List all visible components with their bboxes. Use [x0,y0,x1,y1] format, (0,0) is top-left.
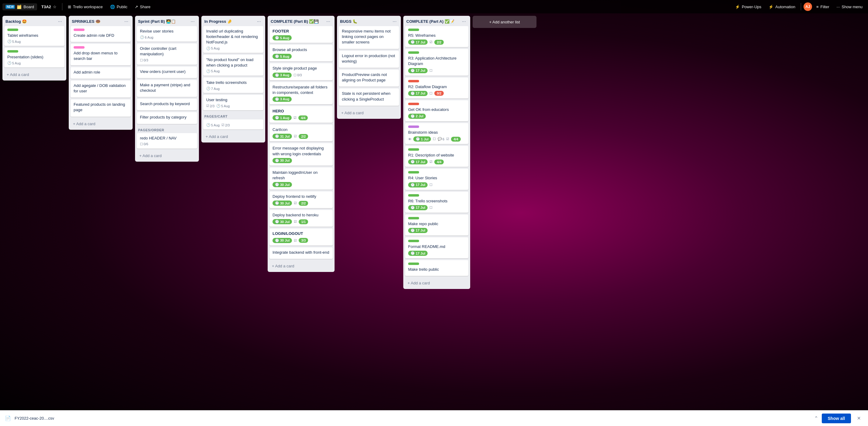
card-create-admin-dfd[interactable]: Create admin role DFD [70,26,131,42]
card-tablet-wireframes[interactable]: Tablet wireframes 🕐 5 Aug [4,26,64,46]
card-redo-header-nav[interactable]: redo HEADER / NAV ☐ 0/6 [137,133,197,149]
board-title-btn[interactable]: T3A2 ☆ [38,3,60,10]
avatar[interactable]: AJ [804,2,812,11]
card-integrate-backend[interactable]: Integrate backend with front-end [270,247,333,259]
card-pages-cart[interactable]: 🕐 5 Aug ☑ 2/3 [203,120,264,129]
card-r4-user-stories[interactable]: R4: User Stories 🕐 17 Jul ☐ [405,169,468,190]
card-meta: 🕐 17 Jul ☑ 4/4 [408,159,465,164]
card-maintain-user[interactable]: Maintain loggedInUser on refresh 🕐 30 Ju… [270,167,333,190]
card-title: Add drop down menus to search bar [73,51,128,61]
card-restructure-folders[interactable]: Restructure/separate all folders in comp… [270,82,333,104]
menu-btn[interactable]: ··· Show menu [834,3,866,10]
list-menu-backlog[interactable]: ··· [57,18,63,25]
add-card-btn-complete-b[interactable]: + Add a card [270,262,333,270]
card-order-controller[interactable]: Order controller (cart manipulation) ☐ 0… [137,43,197,64]
add-card-btn-backlog[interactable]: + Add a card [4,70,64,79]
card-meta: 🕐 2 Jul [408,113,465,119]
list-menu-sprinkles[interactable]: ··· [123,18,130,25]
card-hero-section[interactable]: HERO 🕐 1 Aug ☑ 4/4 [270,106,333,123]
card-login-logout[interactable]: LOGIN/LOGOUT 🕐 30 Jul ☑ 3/3 [270,229,333,245]
card-invalid-url[interactable]: Invalid url duplicating footer/header & … [203,26,264,53]
close-btn[interactable]: × [855,414,863,423]
card-view-orders[interactable]: View orders (current user) [137,67,197,78]
card-no-product-found[interactable]: "No product found" on load when clicking… [203,55,264,76]
card-deploy-backend[interactable]: Deploy backend to heroku 🕐 30 Jul ☑ 1/1 [270,210,333,227]
card-featured-products[interactable]: Featured products on landing page [70,99,131,117]
nav-divider-1 [62,3,62,10]
list-menu-complete-a[interactable]: ··· [461,18,467,25]
card-meta: 🕐 5 Aug [7,39,61,43]
card-r5-wireframes[interactable]: R5: Wireframes 🕐 17 Jul ☑ 2/2 [405,26,468,47]
public-btn[interactable]: 🌐 Public [107,3,130,10]
card-revise-user-stories[interactable]: Revise user stories 🕐 6 Aug [137,26,197,42]
eye-meta: 👁 [408,137,411,141]
show-all-btn[interactable]: Show all [822,414,851,423]
card-error-message[interactable]: Error message not displaying with wrong … [270,143,333,165]
card-search-products[interactable]: Search products by keyword [137,99,197,110]
share-btn[interactable]: ↗ Share [132,3,154,10]
new-badge-btn[interactable]: NEW 🗂️ Board [2,3,37,10]
card-state-persistent[interactable]: State is not persistent when clicking a … [339,89,399,105]
add-list-btn[interactable]: + Add another list [473,16,536,28]
card-get-ok[interactable]: Get OK from educators 🕐 2 Jul [405,100,468,121]
card-cart-icon[interactable]: CartIcon 🕐 31 Jul ☑ 2/2 [270,125,333,141]
date-chip: 🕐 5 Aug [273,54,292,59]
list-menu-sprint-b[interactable]: ··· [189,18,196,25]
add-card-btn-sprint-b[interactable]: + Add a card [137,152,197,160]
card-presentation[interactable]: Presentation (slides) 🕐 5 Aug [4,48,64,67]
automation-btn[interactable]: ⚡ Automation [766,3,798,10]
card-product-preview[interactable]: ProductPreview cards not aligning on Pro… [339,70,399,87]
card-trello-screenshots[interactable]: Take trello screenshots 🕐 7 Aug [203,77,264,93]
card-meta: 🕐 7 Aug [206,87,260,91]
card-meta: 🕐 17 Jul [408,228,465,233]
list-complete-a: COMPLETE (Part A) ✅📝 ··· R5: Wireframes … [403,16,470,289]
card-title: Logout error in production (not working) [342,53,396,64]
card-meta: 🕐 5 Aug [273,54,330,59]
card-r2-dataflow[interactable]: R2: Dataflow Diagram 🕐 17 Jul ☐ 0/2 [405,77,468,98]
power-ups-btn[interactable]: ⚡ Power-Ups [732,3,764,10]
add-card-btn-complete-a[interactable]: + Add a card [405,279,468,287]
card-add-admin-role[interactable]: Add admin role [70,67,131,79]
card-title: ProductPreview cards not aligning on Pro… [342,72,396,83]
card-footer-section[interactable]: FOOTER 🕐 5 Aug [270,26,333,43]
card-label-red [408,80,419,83]
card-style-product[interactable]: Style single product page 🕐 3 Aug ☐ 0/3 [270,63,333,80]
list-header-complete-a: COMPLETE (Part A) ✅📝 ··· [403,16,470,26]
card-meta: 🕐 30 Jul ☑ 1/1 [273,219,330,224]
workspace-btn[interactable]: ⊞ Trello workspace [65,3,106,10]
list-menu-in-progress[interactable]: ··· [256,18,262,25]
card-make-trello-public[interactable]: Make trello public [405,260,468,276]
card-r3-architecture[interactable]: R3: Application Architecture Diagram 🕐 1… [405,49,468,75]
card-agegate[interactable]: Add agegate / DOB validation for user [70,80,131,98]
card-logout-error[interactable]: Logout error in production (not working) [339,51,399,68]
card-brainstorm[interactable]: Brainstorm ideas 👁 🕐 1 Jul ☐ 💬 6 ☑ 4/4 [405,123,468,144]
card-deploy-frontend[interactable]: Deploy frontend to netlify 🕐 30 Jul ☑ 2/… [270,191,333,208]
add-card-btn-sprinkles[interactable]: + Add a card [70,120,131,128]
card-make-repo-public[interactable]: Make repo public 🕐 17 Jul [405,215,468,235]
list-menu-complete-b[interactable]: ··· [325,18,332,25]
card-title: Revise user stories [140,29,194,34]
card-title: View orders (current user) [140,69,194,74]
card-payment[interactable]: Make a payment (stripe) and checkout [137,80,197,97]
list-bugs: BUGS 🐛 ··· Responsive menu items not lin… [337,16,401,119]
new-badge: NEW [5,5,15,9]
card-browse-products[interactable]: Browse all products 🕐 5 Aug [270,45,333,61]
add-card-btn-in-progress[interactable]: + Add a card [203,132,264,141]
add-card-btn-bugs[interactable]: + Add a card [339,109,399,117]
filter-btn[interactable]: ≡ Filter [813,3,832,10]
card-add-dropdown[interactable]: Add drop down menus to search bar [70,44,131,65]
card-r1-description[interactable]: R1: Description of website 🕐 17 Jul ☑ 4/… [405,146,468,167]
checklist-meta: ☐ 0/3 [293,73,302,77]
expand-icon[interactable]: ⌃ [814,415,818,421]
card-format-readme[interactable]: Format README.md 🕐 17 Jul [405,237,468,258]
card-responsive-menu[interactable]: Responsive menu items not linking correc… [339,26,399,49]
card-title: CartIcon [273,127,330,132]
card-title: Make trello public [408,267,465,272]
card-title: Order controller (cart manipulation) [140,46,194,57]
list-menu-bugs[interactable]: ··· [392,18,398,25]
card-title: User testing [206,97,260,103]
card-r6-trello[interactable]: R6: Trello screenshots 🕐 17 Jul ☐ [405,192,468,213]
card-user-testing[interactable]: User testing ☑ 2/3 🕐 5 Aug [203,95,264,110]
date-chip: 🕐 1 Jul [413,136,431,141]
card-filter-products[interactable]: Filter products by category [137,112,197,124]
